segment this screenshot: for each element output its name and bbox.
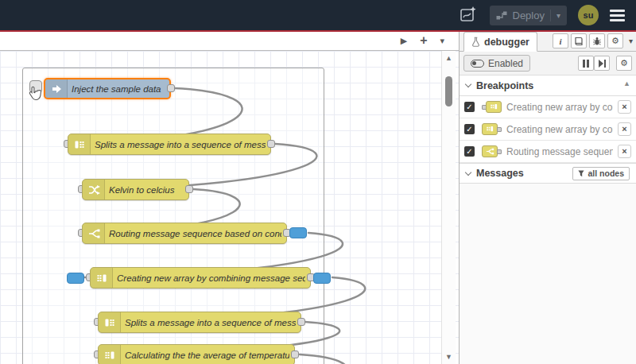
breakpoints-section-header[interactable]: Breakpoints (460, 76, 636, 96)
list-scroll-up-icon[interactable]: ▲ (623, 79, 630, 87)
debug-bug-button[interactable] (589, 33, 605, 48)
help-book-button[interactable] (571, 33, 587, 48)
breakpoint-pill-output[interactable] (289, 227, 307, 238)
port-output[interactable] (167, 84, 175, 92)
breakpoint-row[interactable]: Creating new array by combining message … (460, 96, 636, 118)
join-icon (91, 268, 113, 288)
mini-node-output (482, 123, 502, 135)
scrollbar-thumb[interactable] (445, 76, 452, 106)
breakpoint-pill-input[interactable] (67, 273, 84, 284)
chevron-down-icon (465, 168, 471, 175)
remove-breakpoint-button[interactable] (618, 122, 631, 136)
port-output[interactable] (185, 185, 193, 193)
breakpoint-label: Creating new array by combining message … (506, 124, 613, 135)
node-label: Routing message sequence based on condit… (109, 223, 281, 243)
user-avatar[interactable]: su (578, 5, 599, 25)
scroll-up-icon[interactable]: ▲ (442, 54, 456, 62)
split-icon (99, 312, 121, 332)
node-join[interactable]: Calculating the the average of temperatu… (98, 344, 295, 364)
deploy-button[interactable]: Deploy ▾ (490, 6, 568, 25)
node-label: Kelvin to celcius (109, 180, 184, 199)
flow-canvas[interactable]: Inject the sample data Splits a message … (0, 51, 459, 364)
messages-title: Messages (476, 168, 524, 179)
filter-label: all nodes (588, 168, 624, 178)
deploy-label: Deploy (513, 10, 545, 21)
flow-tabbar: ▶ + ▾ (0, 32, 459, 51)
avatar-initials: su (584, 10, 594, 20)
messages-filter-button[interactable]: all nodes (572, 167, 630, 180)
mini-node-input (482, 101, 502, 113)
port-output[interactable] (267, 140, 275, 148)
deploy-options-caret-icon[interactable]: ▾ (556, 11, 560, 20)
breakpoint-label: Routing message sequence based on condit… (506, 146, 613, 157)
node-label: Calculating the the average of temperatu… (125, 345, 289, 364)
funnel-icon (578, 170, 584, 177)
sidebar: debugger i (459, 32, 636, 364)
tab-debugger[interactable]: debugger (463, 32, 537, 52)
breakpoint-checkbox[interactable] (464, 124, 475, 134)
canvas-scrollbar[interactable]: ▲ ▼ (441, 51, 456, 364)
node-label: Splits a message into a sequence of mess… (125, 312, 296, 332)
chevron-down-icon (465, 81, 471, 87)
enabled-label: Enabled (488, 58, 523, 69)
breakpoint-row[interactable]: Routing message sequence based on condit… (460, 141, 636, 163)
debugger-settings-button[interactable]: ⚙ (616, 56, 632, 71)
breakpoint-row[interactable]: Creating new array by combining message … (460, 118, 636, 141)
node-inject[interactable]: Inject the sample data (44, 78, 171, 99)
book-icon (574, 37, 584, 46)
join-node-icon (486, 101, 502, 113)
breakpoint-label: Creating new array by combining message … (506, 102, 613, 113)
join-icon (99, 345, 121, 364)
hamburger-icon (610, 10, 625, 12)
sidebar-tabs: debugger i (460, 32, 636, 52)
node-label: Splits a message into a sequence of mess… (95, 134, 266, 154)
flask-icon (471, 37, 480, 47)
pause-icon (583, 60, 589, 68)
tab-scroll-right-icon[interactable]: ▶ (401, 37, 407, 45)
node-split[interactable]: Splits a message into a sequence of mess… (98, 312, 301, 333)
assistant-button[interactable] (455, 3, 482, 27)
tab-label: debugger (484, 37, 529, 48)
flow-list-caret-icon[interactable]: ▾ (440, 37, 444, 45)
info-button[interactable]: i (553, 33, 568, 48)
wire[interactable] (300, 354, 348, 364)
port-output[interactable] (291, 350, 299, 358)
node-join[interactable]: Creating new array by combining message … (90, 267, 311, 288)
port-output[interactable] (297, 318, 305, 326)
remove-breakpoint-button[interactable] (618, 100, 631, 114)
node-split[interactable]: Splits a message into a sequence of mess… (68, 134, 271, 155)
settings-gear-button[interactable]: ⚙ (607, 33, 623, 48)
add-flow-button[interactable]: + (420, 34, 427, 47)
debugger-enabled-toggle[interactable]: Enabled (463, 55, 530, 72)
node-switch[interactable]: Routing message sequence based on condit… (82, 223, 287, 244)
breakpoint-pill-output[interactable] (313, 273, 331, 284)
breakpoints-title: Breakpoints (476, 80, 533, 91)
scroll-down-icon[interactable]: ▼ (442, 353, 456, 361)
mouse-hand-cursor (29, 86, 42, 105)
deploy-divider (550, 10, 551, 21)
debugger-toolbar: Enabled ⚙ (460, 52, 636, 76)
mini-node-output (482, 145, 502, 157)
step-icon (599, 60, 606, 68)
node-change[interactable]: Kelvin to celcius (82, 179, 189, 200)
messages-list[interactable] (460, 184, 636, 364)
switch-node-icon (482, 145, 498, 157)
flow-assistant-icon (459, 6, 478, 25)
pause-button[interactable] (578, 56, 594, 71)
mini-port-icon (497, 149, 502, 154)
breakpoint-checkbox[interactable] (464, 146, 475, 157)
switch-icon (83, 223, 105, 243)
sidebar-collapse-caret-icon[interactable]: ▾ (629, 37, 633, 45)
node-red-app: Deploy ▾ su ▶ + ▾ (0, 0, 636, 364)
join-node-icon (482, 123, 498, 135)
messages-section-header[interactable]: Messages all nodes (460, 163, 636, 184)
step-button[interactable] (594, 56, 610, 71)
breakpoint-checkbox[interactable] (464, 102, 475, 112)
remove-breakpoint-button[interactable] (618, 145, 631, 158)
change-icon (83, 180, 105, 199)
main-menu-button[interactable] (610, 10, 625, 21)
node-label: Inject the sample data (72, 79, 165, 98)
header: Deploy ▾ su (0, 0, 636, 30)
mini-port-icon (497, 127, 502, 132)
inject-icon (45, 79, 68, 98)
